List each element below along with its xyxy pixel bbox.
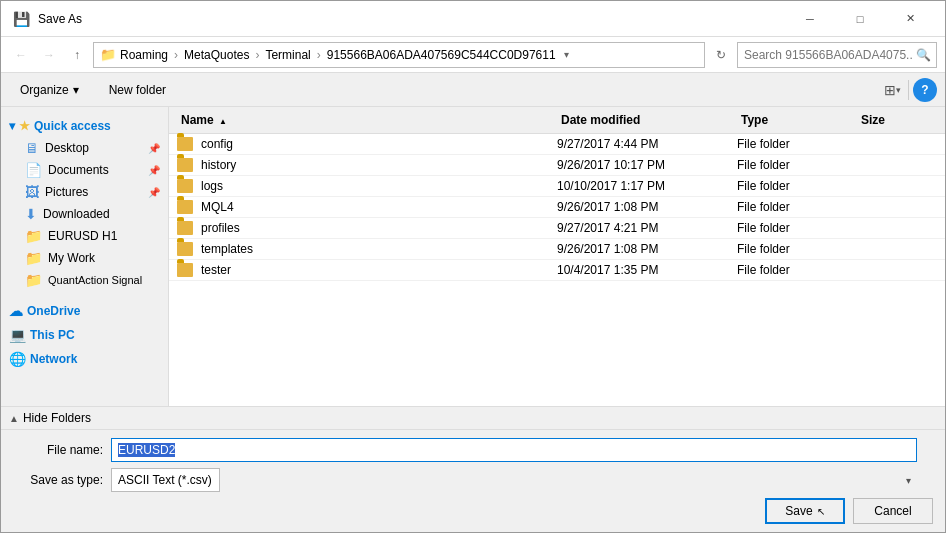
file-type: File folder <box>737 179 857 193</box>
pictures-icon: 🖼 <box>25 184 39 200</box>
search-input[interactable] <box>737 42 937 68</box>
dialog-title: Save As <box>38 12 82 26</box>
quick-access-arrow-icon: ▾ <box>9 119 15 133</box>
folder-icon <box>177 263 193 277</box>
sidebar-item-documents[interactable]: 📄 Documents 📌 <box>1 159 168 181</box>
folder-icon <box>177 137 193 151</box>
hide-folders-row[interactable]: ▲ Hide Folders <box>1 406 945 429</box>
new-folder-button[interactable]: New folder <box>98 78 177 102</box>
sidebar-item-pictures[interactable]: 🖼 Pictures 📌 <box>1 181 168 203</box>
thispc-icon: 💻 <box>9 327 26 343</box>
savetype-select[interactable]: ASCII Text (*.csv) <box>111 468 220 492</box>
help-button[interactable]: ? <box>913 78 937 102</box>
file-type: File folder <box>737 263 857 277</box>
file-date: 9/27/2017 4:21 PM <box>557 221 737 235</box>
table-row[interactable]: config 9/27/2017 4:44 PM File folder <box>169 134 945 155</box>
mywork-folder-icon: 📁 <box>25 250 42 266</box>
file-list-header: Name ▲ Date modified Type Size <box>169 107 945 134</box>
hide-folders-label: Hide Folders <box>23 411 91 425</box>
file-date: 9/26/2017 1:08 PM <box>557 200 737 214</box>
maximize-button[interactable]: □ <box>837 9 883 29</box>
sidebar-item-downloaded[interactable]: ⬇ Downloaded <box>1 203 168 225</box>
table-row[interactable]: tester 10/4/2017 1:35 PM File folder <box>169 260 945 281</box>
table-row[interactable]: templates 9/26/2017 1:08 PM File folder <box>169 239 945 260</box>
downloaded-folder-icon: ⬇ <box>25 206 37 222</box>
header-type[interactable]: Type <box>737 111 857 129</box>
cancel-label: Cancel <box>874 504 911 518</box>
breadcrumb-terminal: Terminal <box>265 48 310 62</box>
breadcrumb-dropdown-icon: ▾ <box>564 49 569 60</box>
view-arrow-icon: ▾ <box>896 85 901 95</box>
folder-icon <box>177 158 193 172</box>
main-content: ▾ ★ Quick access 🖥 Desktop 📌 📄 Documents… <box>1 107 945 406</box>
breadcrumb-icon: 📁 <box>100 47 116 62</box>
folder-icon <box>177 200 193 214</box>
folder-icon <box>177 242 193 256</box>
savetype-row: Save as type: ASCII Text (*.csv) <box>13 468 933 492</box>
toolbar-divider <box>908 80 909 100</box>
pin-icon-pics: 📌 <box>148 187 160 198</box>
organize-button[interactable]: Organize ▾ <box>9 78 90 102</box>
header-date[interactable]: Date modified <box>557 111 737 129</box>
buttons-row: Save ↖ Cancel <box>13 498 933 524</box>
sidebar-item-desktop[interactable]: 🖥 Desktop 📌 <box>1 137 168 159</box>
file-type: File folder <box>737 221 857 235</box>
file-name: config <box>201 137 233 151</box>
folder-icon <box>177 179 193 193</box>
refresh-button[interactable]: ↻ <box>709 43 733 67</box>
file-date: 9/27/2017 4:44 PM <box>557 137 737 151</box>
breadcrumb-metaquotes: MetaQuotes <box>184 48 249 62</box>
desktop-icon: 🖥 <box>25 140 39 156</box>
forward-button[interactable]: → <box>37 43 61 67</box>
file-date: 10/4/2017 1:35 PM <box>557 263 737 277</box>
sidebar-onedrive[interactable]: ☁ OneDrive <box>1 299 168 323</box>
cancel-button[interactable]: Cancel <box>853 498 933 524</box>
view-icon: ⊞ <box>884 82 896 98</box>
file-rows-container: config 9/27/2017 4:44 PM File folder his… <box>169 134 945 281</box>
search-icon: 🔍 <box>916 48 931 62</box>
table-row[interactable]: history 9/26/2017 10:17 PM File folder <box>169 155 945 176</box>
savetype-wrapper: ASCII Text (*.csv) <box>111 468 917 492</box>
table-row[interactable]: profiles 9/27/2017 4:21 PM File folder <box>169 218 945 239</box>
search-wrapper: 🔍 <box>737 42 937 68</box>
title-bar: 💾 Save As ─ □ ✕ <box>1 1 945 37</box>
minimize-button[interactable]: ─ <box>787 9 833 29</box>
toolbar-right: ⊞ ▾ ? <box>880 78 937 102</box>
file-type: File folder <box>737 242 857 256</box>
address-bar: ← → ↑ 📁 Roaming › MetaQuotes › Terminal … <box>1 37 945 73</box>
table-row[interactable]: MQL4 9/26/2017 1:08 PM File folder <box>169 197 945 218</box>
header-size[interactable]: Size <box>857 111 937 129</box>
organize-label: Organize <box>20 83 69 97</box>
table-row[interactable]: logs 10/10/2017 1:17 PM File folder <box>169 176 945 197</box>
file-name: MQL4 <box>201 200 234 214</box>
quick-access-label: Quick access <box>34 119 111 133</box>
quick-access-icon: ★ <box>19 119 30 133</box>
sidebar-quick-access-header[interactable]: ▾ ★ Quick access <box>1 115 168 137</box>
breadcrumb[interactable]: 📁 Roaming › MetaQuotes › Terminal › 9155… <box>93 42 705 68</box>
sidebar-thispc[interactable]: 💻 This PC <box>1 323 168 347</box>
hide-folders-icon: ▲ <box>9 413 19 424</box>
filename-row: File name: <box>13 438 933 462</box>
back-button[interactable]: ← <box>9 43 33 67</box>
sidebar: ▾ ★ Quick access 🖥 Desktop 📌 📄 Documents… <box>1 107 169 406</box>
file-type: File folder <box>737 200 857 214</box>
header-name[interactable]: Name ▲ <box>177 111 557 129</box>
bottom-panel: ▲ Hide Folders File name: Save as type: … <box>1 406 945 532</box>
save-label: Save <box>785 504 812 518</box>
file-name: history <box>201 158 236 172</box>
file-date: 9/26/2017 10:17 PM <box>557 158 737 172</box>
close-button[interactable]: ✕ <box>887 9 933 29</box>
help-icon: ? <box>921 83 928 97</box>
view-button[interactable]: ⊞ ▾ <box>880 78 904 102</box>
sidebar-network[interactable]: 🌐 Network <box>1 347 168 371</box>
sidebar-item-eurusd[interactable]: 📁 EURUSD H1 <box>1 225 168 247</box>
up-button[interactable]: ↑ <box>65 43 89 67</box>
sidebar-item-quantaction[interactable]: 📁 QuantAction Signal <box>1 269 168 291</box>
cursor-icon: ↖ <box>817 506 825 517</box>
sidebar-item-mywork[interactable]: 📁 My Work <box>1 247 168 269</box>
bottom-form: File name: Save as type: ASCII Text (*.c… <box>1 429 945 532</box>
save-button[interactable]: Save ↖ <box>765 498 845 524</box>
window-controls: ─ □ ✕ <box>787 9 933 29</box>
new-folder-label: New folder <box>109 83 166 97</box>
filename-input[interactable] <box>111 438 917 462</box>
